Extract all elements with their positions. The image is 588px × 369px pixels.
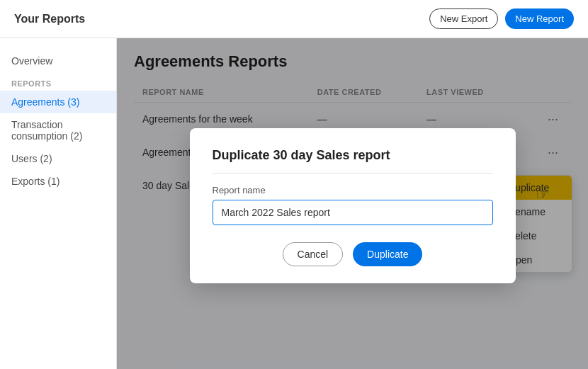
duplicate-dialog: Duplicate 30 day Sales report Report nam… <box>190 128 516 283</box>
sidebar-item-users[interactable]: Users (2) <box>0 147 116 170</box>
page-title: Your Reports <box>14 13 85 25</box>
dialog-title: Duplicate 30 day Sales report <box>213 148 493 174</box>
field-label: Report name <box>213 185 493 195</box>
sidebar: Overview REPORTS Agreements (3) Transact… <box>0 38 117 369</box>
dialog-actions: Cancel Duplicate <box>213 242 493 266</box>
content-area: Agreements Reports REPORT NAME DATE CREA… <box>117 38 588 369</box>
new-export-button[interactable]: New Export <box>429 8 498 29</box>
main-layout: Overview REPORTS Agreements (3) Transact… <box>0 38 588 369</box>
cancel-button[interactable]: Cancel <box>283 242 344 266</box>
report-name-input[interactable] <box>213 200 493 225</box>
modal-overlay: Duplicate 30 day Sales report Report nam… <box>117 38 588 369</box>
header: Your Reports New Export New Report <box>0 0 588 38</box>
sidebar-reports-label: REPORTS <box>0 72 116 91</box>
sidebar-item-transaction[interactable]: Transaction consumption (2) <box>0 113 116 147</box>
sidebar-item-overview[interactable]: Overview <box>0 50 116 72</box>
sidebar-item-exports[interactable]: Exports (1) <box>0 170 116 193</box>
header-actions: New Export New Report <box>429 8 574 29</box>
new-report-button[interactable]: New Report <box>505 8 574 29</box>
duplicate-confirm-button[interactable]: Duplicate <box>353 242 422 266</box>
sidebar-item-agreements[interactable]: Agreements (3) <box>0 91 116 113</box>
